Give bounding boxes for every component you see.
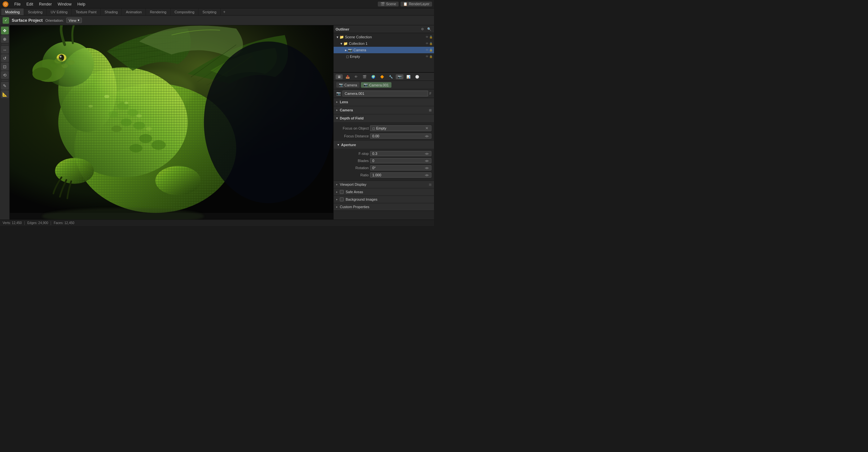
ratio-stepper[interactable]: ◀▶ [425, 173, 429, 176]
focus-clear-btn[interactable]: ✕ [425, 126, 429, 131]
blades-text: 0 [372, 159, 425, 163]
scene-selector[interactable]: 🎬 Scene [378, 2, 399, 6]
menu-file[interactable]: File [12, 1, 23, 7]
toolbar-sep-2 [2, 80, 8, 80]
tab-modeling[interactable]: Modeling [1, 8, 24, 15]
select-icon-cam[interactable]: 🔒 [429, 49, 433, 52]
prop-tab-data[interactable]: 📊 [404, 74, 412, 79]
render-layer-selector[interactable]: 📋 RenderLayer [401, 2, 432, 6]
add-workspace-tab[interactable]: + [221, 8, 228, 15]
background-images-header[interactable]: ▸ Background Images [334, 196, 434, 203]
prop-tab-world[interactable]: 🌍 [369, 74, 377, 79]
dof-section-header[interactable]: ▾ Depth of Field [334, 114, 434, 122]
camera-section-tools[interactable]: ⊞ [429, 108, 431, 112]
tab-animation[interactable]: Animation [122, 8, 146, 15]
fstop-stepper[interactable]: ◀▶ [425, 152, 429, 155]
project-bar: ✓ Surface Project Orientation: View ▾ [0, 15, 434, 25]
visibility-icon[interactable]: 👁 [426, 35, 429, 39]
svg-point-40 [97, 70, 149, 96]
menu-edit[interactable]: Edit [24, 1, 36, 7]
prop-tab-output[interactable]: 📤 [344, 74, 351, 79]
blades-stepper[interactable]: ◀▶ [425, 159, 429, 162]
fstop-label: F-stop [336, 152, 369, 156]
camera-section-label: Camera [340, 108, 353, 112]
custom-properties-header[interactable]: ▸ Custom Properties [334, 203, 434, 211]
orientation-dropdown[interactable]: View ▾ [66, 18, 82, 23]
camera-tab-001[interactable]: 📷 Camera.001 [361, 82, 392, 88]
focus-object-value[interactable]: ◻ Empty ✕ [370, 125, 431, 131]
visibility-icon-empty[interactable]: 👁 [426, 55, 429, 58]
viewport-display-arrow: ▸ [336, 183, 338, 186]
prop-tab-modifier[interactable]: 🔧 [387, 74, 395, 79]
focus-object-label: Focus on Object [336, 126, 369, 130]
lens-section-header[interactable]: ▸ Lens [334, 98, 434, 106]
tab-shading[interactable]: Shading [101, 8, 122, 15]
prop-tab-view[interactable]: 👁 [352, 74, 360, 79]
aperture-section: ▾ Aperture F-stop 0.3 ◀▶ [336, 141, 431, 179]
safe-areas-checkbox[interactable] [340, 190, 344, 194]
tab-uv-editing[interactable]: UV Editing [47, 8, 72, 15]
status-faces: Faces: 12,450 [54, 221, 74, 225]
visibility-icon-c1[interactable]: 👁 [426, 42, 429, 45]
tab-rendering[interactable]: Rendering [146, 8, 170, 15]
camera-name-input[interactable] [342, 91, 428, 96]
prop-tab-render[interactable]: 🖥 [336, 74, 343, 79]
tool-transform[interactable]: ⟲ [1, 71, 9, 79]
tool-cursor[interactable]: ⊕ [1, 35, 9, 43]
tab-texture-paint[interactable]: Texture Paint [72, 8, 101, 15]
menu-window[interactable]: Window [55, 1, 74, 7]
rotation-row: Rotation 0° ◀▶ [336, 164, 431, 171]
viewport-display-header[interactable]: ▸ Viewport Display ⊞ [334, 181, 434, 188]
tool-measure[interactable]: 📐 [1, 90, 9, 98]
rotation-value[interactable]: 0° ◀▶ [370, 165, 431, 170]
tab-sculpting[interactable]: Sculpting [24, 8, 47, 15]
viewport[interactable]: Object Mode ▾ View Select Add Object Loc… [10, 25, 333, 220]
prop-tab-object[interactable]: 🔶 [378, 74, 386, 79]
tree-empty[interactable]: ◻ Empty 👁 🔒 [334, 53, 434, 60]
outliner-search[interactable]: 🔍 [426, 26, 432, 32]
ratio-value[interactable]: 1.000 ◀▶ [370, 172, 431, 177]
menu-render[interactable]: Render [36, 1, 54, 7]
svg-point-38 [130, 144, 143, 153]
focus-distance-stepper[interactable]: ◀▶ [425, 134, 429, 138]
tree-camera[interactable]: ▸ 📷 Camera 👁 🔒 [334, 47, 434, 53]
blades-row: Blades 0 ◀▶ [336, 157, 431, 164]
select-icon[interactable]: 🔒 [429, 35, 433, 39]
focus-distance-row: Focus Distance 0.00 ◀▶ [336, 132, 431, 140]
active-camera-icon: 📷 [336, 91, 341, 96]
camera-expand-icon: ▸ [345, 48, 347, 52]
camera-pin-btn[interactable]: F [430, 92, 431, 95]
select-icon-empty[interactable]: 🔒 [429, 55, 433, 58]
camera-section-header[interactable]: ▸ Camera ⊞ [334, 106, 434, 114]
dragon-svg [10, 25, 333, 220]
camera-section: ▸ Camera ⊞ [334, 106, 434, 114]
rotation-stepper[interactable]: ◀▶ [425, 166, 429, 169]
tool-select[interactable]: ✥ [1, 27, 9, 34]
safe-areas-header[interactable]: ▸ Safe Areas [334, 188, 434, 195]
prop-tab-camera[interactable]: 📷 [396, 74, 403, 79]
camera-tab-main[interactable]: 📷 Camera [336, 82, 360, 88]
focus-obj-icon: ◻ [372, 127, 375, 130]
tool-move[interactable]: ↔ [1, 46, 9, 54]
focus-distance-value[interactable]: 0.00 ◀▶ [370, 133, 431, 139]
prop-tab-scene[interactable]: 🎬 [361, 74, 368, 79]
tab-scripting[interactable]: Scripting [198, 8, 221, 15]
menu-help[interactable]: Help [75, 1, 88, 7]
viewport-display-extra[interactable]: ⊞ [429, 183, 431, 186]
tool-annotate[interactable]: ✎ [1, 82, 9, 90]
prop-tab-material[interactable]: ⚪ [413, 74, 421, 79]
tree-actions-coll1: 👁 🔒 [426, 42, 433, 45]
visibility-icon-cam[interactable]: 👁 [426, 49, 429, 52]
select-icon-c1[interactable]: 🔒 [429, 42, 433, 45]
aperture-header[interactable]: ▾ Aperture [334, 141, 434, 149]
tool-rotate[interactable]: ↺ [1, 54, 9, 62]
tree-scene-collection[interactable]: ▾ 📁 Scene Collection 👁 🔒 [334, 34, 434, 40]
blades-value[interactable]: 0 ◀▶ [370, 158, 431, 163]
fstop-value[interactable]: 0.3 ◀▶ [370, 151, 431, 156]
tree-collection1[interactable]: ▾ 📁 Collection 1 👁 🔒 [334, 40, 434, 47]
tab-compositing[interactable]: Compositing [170, 8, 198, 15]
collection1-icon: 📁 [343, 41, 348, 46]
outliner-filter[interactable]: ⚙ [420, 26, 425, 32]
bg-images-checkbox[interactable] [340, 197, 344, 201]
tool-scale[interactable]: ⊡ [1, 63, 9, 70]
